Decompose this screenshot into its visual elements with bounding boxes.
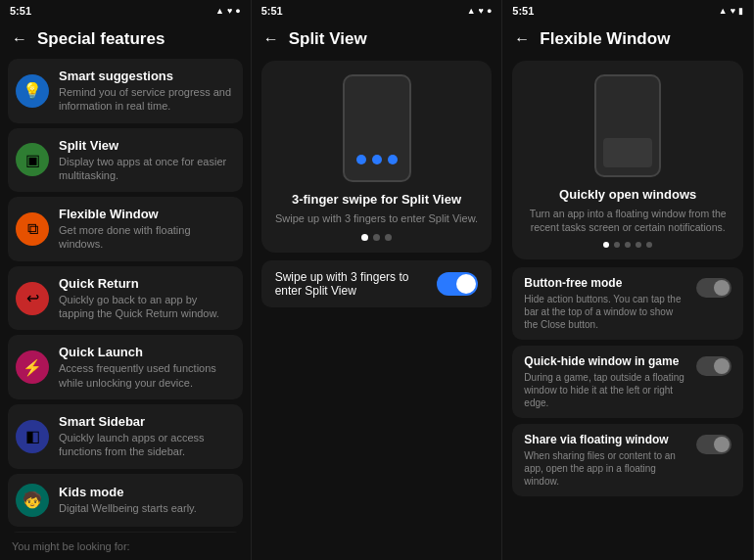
split-view-carousel-title: 3-finger swipe for Split View [292,192,461,207]
feature-item-smart-sidebar[interactable]: ◧ Smart Sidebar Quickly launch apps or a… [8,404,243,469]
quick-hide-toggle-knob [714,358,730,374]
back-button-2[interactable]: ← [263,30,279,48]
carousel-dot-3[interactable] [385,234,392,241]
flex-phone-illustration [594,74,661,177]
status-bar-2: 5:51 ▲ ♥ ● [252,0,502,22]
flex-dot-5[interactable] [646,242,652,248]
button-free-mode-toggle[interactable] [696,278,731,298]
heart-icon-2: ♥ [479,6,484,16]
share-via-floating-toggle[interactable] [696,435,731,454]
quick-return-icon: ↩ [16,282,49,315]
flex-carousel-card: Quickly open windows Turn an app into a … [512,61,743,259]
kids-mode-icon: 🧒 [16,484,49,517]
quick-launch-title: Quick Launch [59,345,235,359]
quick-return-title: Quick Return [59,276,235,291]
flex-carousel-dots [603,242,652,248]
kids-mode-title: Kids mode [59,485,235,499]
smart-suggestions-text: Smart suggestions Remind you of service … [59,69,235,114]
heart-icon-3: ♥ [730,6,735,16]
footer-text: You might be looking for: [0,533,251,560]
split-view-content: 3-finger swipe for Split View Swipe up w… [252,55,502,560]
share-via-floating-desc: When sharing files or content to an app,… [524,449,688,488]
carousel-dot-2[interactable] [373,234,380,241]
flexible-window-title: Flexible Window [59,207,235,221]
split-view-icon: ▣ [16,143,49,176]
phone-dot-1 [356,155,366,164]
split-view-carousel-card: 3-finger swipe for Split View Swipe up w… [261,61,493,253]
smart-sidebar-desc: Quickly launch apps or access functions … [59,431,235,459]
signal-icon-2: ● [487,6,492,16]
status-icons-3: ▲ ♥ ▮ [719,6,743,16]
flex-dot-1[interactable] [603,242,609,248]
smart-sidebar-title: Smart Sidebar [59,414,235,429]
battery-icon-3: ▮ [738,6,743,16]
quick-launch-desc: Access frequently used functions while u… [59,361,235,390]
button-free-toggle-knob [714,280,730,296]
flexible-window-text: Flexible Window Get more done with float… [59,207,235,252]
split-view-toggle[interactable] [437,272,478,296]
status-time-3: 5:51 [512,5,534,17]
back-button-1[interactable]: ← [12,30,27,48]
button-free-mode-desc: Hide action buttons. You can tap the bar… [524,293,688,331]
feature-item-kids-mode[interactable]: 🧒 Kids mode Digital Wellbeing starts ear… [8,474,243,527]
wifi-icon-2: ▲ [467,6,476,16]
kids-mode-desc: Digital Wellbeing starts early. [59,501,235,515]
flexible-window-content: Quickly open windows Turn an app into a … [502,55,753,560]
page-title-2: Split View [289,29,367,49]
quick-return-text: Quick Return Quickly go back to an app b… [59,276,235,321]
flex-dot-4[interactable] [636,242,641,248]
signal-icon-1: ● [235,6,240,16]
quick-hide-window-desc: During a game, tap outside a floating wi… [524,371,688,409]
flexible-window-desc: Get more done with floating windows. [59,223,235,252]
share-via-toggle-knob [714,437,730,452]
heart-icon-1: ♥ [227,6,232,16]
smart-suggestions-desc: Remind you of service progress and infor… [59,85,235,114]
split-view-phone-illustration [343,74,411,182]
flexible-window-panel: 5:51 ▲ ♥ ▮ ← Flexible Window Quickly ope… [502,0,754,560]
quick-return-desc: Quickly go back to an app by tapping the… [59,293,235,321]
smart-suggestions-icon: 💡 [16,74,49,108]
quick-hide-window-title: Quick-hide window in game [524,354,688,368]
feature-item-quick-return[interactable]: ↩ Quick Return Quickly go back to an app… [8,266,243,331]
header-1: ← Special features [0,22,251,55]
feature-item-flexible-window[interactable]: ⧉ Flexible Window Get more done with flo… [8,197,243,261]
split-view-desc: Display two apps at once for easier mult… [59,155,235,183]
quick-launch-text: Quick Launch Access frequently used func… [59,345,235,390]
share-via-floating-text: Share via floating window When sharing f… [524,433,688,488]
kids-mode-text: Kids mode Digital Wellbeing starts early… [59,485,235,515]
split-view-title: Split View [59,138,235,153]
split-view-carousel-desc: Swipe up with 3 fingers to enter Split V… [275,211,478,226]
smart-sidebar-icon: ◧ [16,420,49,453]
quick-launch-icon: ⚡ [16,350,49,384]
wifi-icon-1: ▲ [215,6,224,16]
feature-item-smart-suggestions[interactable]: 💡 Smart suggestions Remind you of servic… [8,59,243,123]
quick-hide-window-toggle[interactable] [696,356,731,376]
header-3: ← Flexible Window [502,22,753,55]
toggle-knob [456,274,476,294]
feature-item-split-view[interactable]: ▣ Split View Display two apps at once fo… [8,128,243,193]
split-view-carousel-dots [361,234,392,241]
split-view-toggle-label: Swipe up with 3 fingers to enter Split V… [275,270,438,298]
flex-dot-2[interactable] [614,242,620,248]
flex-phone-inner [603,138,652,167]
special-features-panel: 5:51 ▲ ♥ ● ← Special features 💡 Smart su… [0,0,252,560]
page-title-3: Flexible Window [540,29,670,49]
carousel-dot-1[interactable] [361,234,368,241]
feature-list: 💡 Smart suggestions Remind you of servic… [0,55,251,533]
quick-hide-window-text: Quick-hide window in game During a game,… [524,354,688,409]
setting-share-via-floating: Share via floating window When sharing f… [512,424,743,496]
setting-quick-hide-window: Quick-hide window in game During a game,… [512,346,743,418]
status-icons-1: ▲ ♥ ● [215,6,241,16]
button-free-mode-title: Button-free mode [524,276,688,290]
feature-item-quick-launch[interactable]: ⚡ Quick Launch Access frequently used fu… [8,335,243,399]
flex-dot-3[interactable] [625,242,631,248]
flex-carousel-desc: Turn an app into a floating window from … [522,207,733,234]
flexible-window-icon: ⧉ [16,212,49,246]
status-time-1: 5:51 [10,5,31,17]
header-2: ← Split View [252,22,502,55]
split-view-phone-dots [356,155,398,164]
wifi-icon-3: ▲ [719,6,728,16]
back-button-3[interactable]: ← [514,30,530,48]
setting-button-free-mode: Button-free mode Hide action buttons. Yo… [512,267,743,340]
smart-suggestions-title: Smart suggestions [59,69,235,83]
